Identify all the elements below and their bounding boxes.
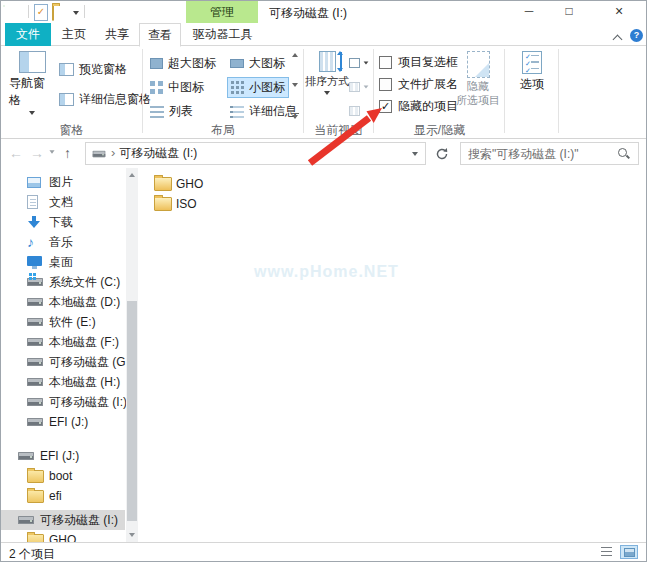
sidebar-item-downloads[interactable]: 下载 — [1, 212, 125, 232]
tab-drive-tools[interactable]: 驱动器工具 — [185, 23, 260, 46]
group-separator — [303, 49, 304, 133]
current-view-group-label: 当前视图 — [304, 122, 373, 139]
layout-medium-icons[interactable]: 中图标 — [147, 77, 207, 98]
add-columns-icon — [349, 82, 360, 92]
sidebar-item-local-disk-h[interactable]: 本地磁盘 (H:) — [1, 372, 125, 392]
address-input[interactable]: › 可移动磁盘 (I:) — [85, 142, 426, 165]
scroll-down-icon[interactable] — [126, 528, 138, 542]
sidebar-item-local-disk-d[interactable]: 本地磁盘 (D:) — [1, 292, 125, 312]
sidebar-item-label: 下载 — [49, 214, 73, 231]
item-check-boxes-checkbox[interactable] — [379, 56, 392, 69]
tab-file[interactable]: 文件 — [5, 23, 51, 46]
hidden-items-checkbox-checked[interactable]: ✓ — [379, 100, 392, 113]
file-item-gho[interactable]: GHO — [154, 174, 203, 193]
details-pane-button[interactable]: 详细信息窗格 — [59, 89, 151, 109]
sidebar-item-desktop[interactable]: 桌面 — [1, 252, 125, 272]
sidebar-item-software-e[interactable]: 软件 (E:) — [1, 312, 125, 332]
tab-home[interactable]: 主页 — [53, 23, 95, 46]
options-label: 选项 — [520, 76, 544, 93]
layout-gallery-scrollbar — [289, 53, 301, 119]
contextual-tab-header-manage[interactable]: 管理 — [186, 1, 258, 23]
file-name-extensions-checkbox[interactable] — [379, 78, 392, 91]
status-bar: 2 个项目 — [1, 542, 646, 561]
sort-by-icon — [319, 51, 336, 72]
sidebar-item-local-disk-f[interactable]: 本地磁盘 (F:) — [1, 332, 125, 352]
group-by-button[interactable] — [349, 54, 369, 72]
layout-large-icons[interactable]: 大图标 — [227, 53, 288, 74]
sidebar-item-label: EFI (J:) — [40, 449, 79, 463]
forward-icon[interactable]: → — [30, 144, 44, 162]
group-separator — [373, 49, 374, 133]
collapse-ribbon-icon[interactable] — [614, 34, 622, 42]
tab-share[interactable]: 共享 — [97, 23, 137, 46]
sidebar-item-label: 图片 — [49, 174, 73, 191]
breadcrumb-path[interactable]: 可移动磁盘 (I:) — [119, 145, 197, 162]
sidebar-item-removable-disk-i-selected[interactable]: 可移动磁盘 (I:) — [1, 510, 125, 530]
layout-small-icons-selected[interactable]: 小图标 — [227, 77, 289, 98]
help-icon[interactable]: ? — [630, 29, 643, 42]
add-columns-button[interactable] — [349, 78, 369, 96]
gallery-scroll-up-icon[interactable] — [292, 53, 298, 57]
address-dropdown-icon[interactable] — [412, 152, 418, 156]
file-name: ISO — [176, 197, 197, 211]
preview-pane-button[interactable]: 预览窗格 — [59, 59, 127, 79]
sidebar-item-efi-j[interactable]: EFI (J:) — [1, 412, 125, 432]
qat-new-folder-button[interactable] — [52, 6, 54, 20]
size-columns-to-fit-button[interactable] — [349, 102, 360, 120]
search-box[interactable] — [460, 142, 639, 165]
details-view-toggle[interactable] — [597, 545, 615, 559]
item-check-boxes-option[interactable]: 项目复选框 — [379, 54, 458, 70]
group-by-icon — [349, 58, 360, 68]
sort-by-button[interactable]: 排序方式 — [305, 51, 349, 95]
file-name-extensions-option[interactable]: 文件扩展名 — [379, 76, 458, 92]
details-view-icon — [601, 547, 612, 557]
sidebar-item-label: 系统文件 (C:) — [49, 274, 120, 291]
maximize-button[interactable]: □ — [551, 1, 587, 23]
search-input[interactable] — [461, 147, 617, 161]
sidebar-scrollbar[interactable] — [126, 168, 138, 542]
sidebar-item-label: 可移动磁盘 (I:) — [49, 394, 127, 411]
back-icon[interactable]: ← — [9, 144, 23, 162]
layout-extra-large-icons[interactable]: 超大图标 — [147, 53, 219, 74]
sidebar-item-gho[interactable]: GHO — [1, 530, 125, 542]
options-button[interactable]: 选项 — [509, 51, 555, 93]
gallery-scroll-down-icon[interactable] — [292, 83, 298, 87]
folder-icon — [154, 177, 172, 191]
sidebar-item-boot[interactable]: boot — [1, 466, 125, 486]
scrollbar-thumb[interactable] — [127, 301, 137, 521]
refresh-button[interactable] — [431, 143, 453, 164]
breadcrumb-chevron-icon: › — [111, 145, 115, 160]
sidebar-item-removable-disk-i[interactable]: 可移动磁盘 (I:) — [1, 392, 125, 412]
qat-properties-button[interactable]: ✓ — [34, 4, 48, 21]
hidden-items-option[interactable]: ✓ 隐藏的项目 — [379, 98, 458, 114]
tab-view[interactable]: 查看 — [139, 23, 181, 47]
scroll-up-icon[interactable] — [126, 168, 138, 182]
thumbnail-view-toggle[interactable] — [620, 545, 638, 559]
navigation-pane: 图片 文档 下载 ♪ 音乐 桌面 系统文件 (C:) 本地磁盘 (D:) 软件 — [1, 168, 139, 542]
recent-locations-dropdown-icon[interactable] — [49, 150, 54, 153]
sidebar-item-system-drive-c[interactable]: 系统文件 (C:) — [1, 272, 125, 292]
navigation-pane-icon — [19, 51, 46, 73]
close-button[interactable]: × — [601, 1, 637, 23]
sidebar-item-removable-disk-g[interactable]: 可移动磁盘 (G:) — [1, 352, 125, 372]
sidebar-item-pictures[interactable]: 图片 — [1, 172, 125, 192]
refresh-icon — [435, 147, 449, 161]
panes-group-label: 窗格 — [1, 122, 142, 139]
hide-selected-items-button[interactable]: 隐藏 所选项目 — [453, 51, 503, 106]
gallery-more-icon[interactable] — [292, 113, 299, 120]
desktop-icon — [27, 256, 42, 266]
sidebar-item-efi-j-root[interactable]: EFI (J:) — [1, 446, 125, 466]
layout-list[interactable]: 列表 — [147, 101, 196, 122]
group-separator — [504, 49, 505, 133]
sidebar-item-music[interactable]: ♪ 音乐 — [1, 232, 125, 252]
sort-by-label: 排序方式 — [305, 74, 349, 89]
minimize-button[interactable]: ─ — [511, 1, 547, 23]
hide-selected-items-icon — [467, 51, 490, 78]
sidebar-item-documents[interactable]: 文档 — [1, 192, 125, 212]
up-icon[interactable]: ↑ — [64, 144, 71, 162]
qat-customize-dropdown-icon[interactable] — [73, 11, 79, 15]
watermark: www.pHome.NET — [254, 263, 399, 281]
file-item-iso[interactable]: ISO — [154, 194, 197, 213]
sidebar-item-efi-folder[interactable]: efi — [1, 486, 125, 506]
navigation-pane-button[interactable]: 导航窗格 — [9, 51, 55, 115]
